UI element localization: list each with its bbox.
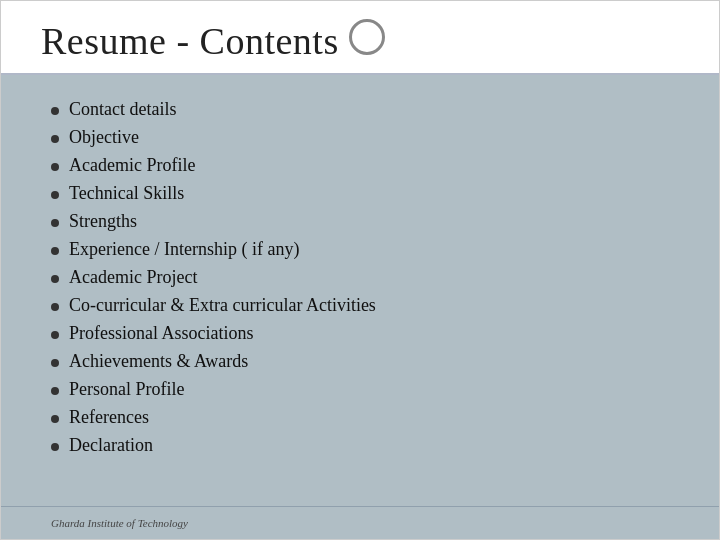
list-item-text: Declaration [69,435,153,456]
list-item: Contact details [51,95,669,123]
bullet-dot [51,219,59,227]
list-item: Declaration [51,431,669,459]
list-item-text: Co-curricular & Extra curricular Activit… [69,295,376,316]
list-item: Technical Skills [51,179,669,207]
bullet-list: Contact detailsObjectiveAcademic Profile… [51,95,669,459]
bullet-dot [51,135,59,143]
list-item: Objective [51,123,669,151]
list-item-text: Achievements & Awards [69,351,248,372]
list-item: Academic Project [51,263,669,291]
list-item: Experience / Internship ( if any) [51,235,669,263]
bullet-dot [51,415,59,423]
list-item-text: Academic Project [69,267,197,288]
bullet-dot [51,191,59,199]
bullet-dot [51,359,59,367]
header-section: Resume - Contents [1,1,719,75]
list-item: Achievements & Awards [51,347,669,375]
list-item-text: Technical Skills [69,183,184,204]
bullet-dot [51,303,59,311]
bullet-dot [51,275,59,283]
footer-section: Gharda Institute of Technology [1,506,719,539]
footer-text: Gharda Institute of Technology [51,517,188,529]
title-icon [349,19,385,55]
list-item: Professional Associations [51,319,669,347]
bullet-dot [51,247,59,255]
bullet-dot [51,163,59,171]
list-item-text: Contact details [69,99,176,120]
slide-container: Resume - Contents Contact detailsObjecti… [0,0,720,540]
list-item: References [51,403,669,431]
list-item: Academic Profile [51,151,669,179]
list-item: Strengths [51,207,669,235]
content-section: Contact detailsObjectiveAcademic Profile… [1,75,719,506]
list-item-text: Personal Profile [69,379,184,400]
list-item-text: Objective [69,127,139,148]
bullet-dot [51,331,59,339]
list-item-text: Professional Associations [69,323,254,344]
list-item: Co-curricular & Extra curricular Activit… [51,291,669,319]
list-item-text: Experience / Internship ( if any) [69,239,299,260]
slide-title: Resume - Contents [41,19,339,63]
bullet-dot [51,107,59,115]
list-item-text: Academic Profile [69,155,195,176]
list-item-text: References [69,407,149,428]
bullet-dot [51,443,59,451]
list-item-text: Strengths [69,211,137,232]
bullet-dot [51,387,59,395]
list-item: Personal Profile [51,375,669,403]
